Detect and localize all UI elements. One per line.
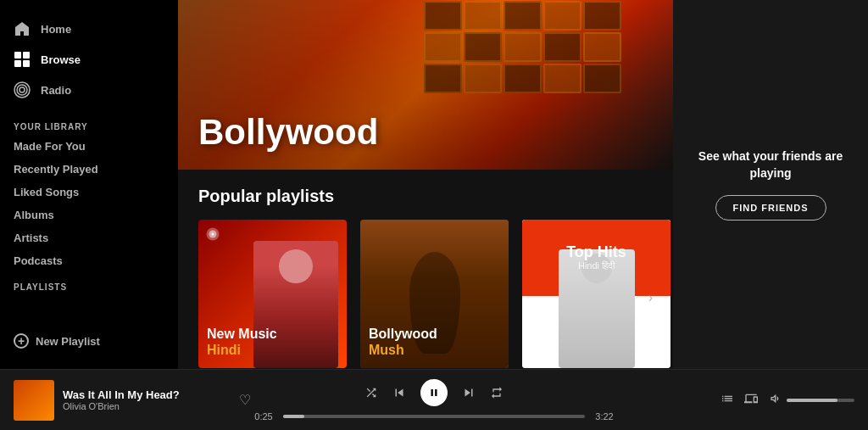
repeat-button[interactable] (490, 386, 504, 399)
progress-fill (283, 415, 304, 418)
sidebar-item-recently-played[interactable]: Recently Played (0, 158, 178, 181)
card-1-line1: New Music (207, 326, 277, 342)
find-friends-button[interactable]: FIND FRIENDS (715, 195, 826, 221)
main-layout: Home Browse (0, 0, 868, 369)
card-3-line2: Hindi हिंदी (566, 260, 626, 271)
play-pause-button[interactable] (420, 379, 448, 406)
heart-icon[interactable]: ♡ (239, 392, 251, 408)
home-icon (14, 20, 31, 37)
player-left: Was It All In My Head? Olivia O'Brien ♡ (14, 380, 251, 421)
sidebar: Home Browse (0, 0, 178, 369)
svg-rect-3 (23, 60, 30, 67)
player-artist: Olivia O'Brien (63, 401, 225, 411)
sidebar-item-made-for-you[interactable]: Made For You (0, 135, 178, 158)
card-1-line2: Hindi (207, 342, 277, 358)
content-section: Popular playlists (178, 170, 673, 369)
spotify-logo-icon (205, 226, 220, 242)
new-playlist-button[interactable]: + New Playlist (0, 327, 178, 355)
sidebar-item-liked-songs[interactable]: Liked Songs (0, 181, 178, 204)
sidebar-item-browse[interactable]: Browse (0, 44, 178, 75)
card-2-line2: Mush (369, 342, 437, 358)
new-playlist-label: New Playlist (36, 335, 100, 348)
section-title: Popular playlists (198, 187, 653, 206)
hero-title: Bollywood (198, 112, 378, 153)
radio-icon (14, 81, 31, 98)
player-song-info: Was It All In My Head? Olivia O'Brien (63, 388, 225, 411)
playlist-card-bollywood-mush[interactable]: Bollywood Mush (360, 220, 509, 369)
volume-icon[interactable] (768, 392, 782, 408)
card-3-line1: Top Hits (566, 244, 626, 261)
svg-point-4 (19, 87, 25, 92)
volume-fill (787, 399, 837, 402)
sidebar-nav: Home Browse (0, 7, 178, 112)
devices-button[interactable] (744, 392, 758, 408)
card-1-inner: New Music Hindi (198, 220, 347, 368)
card-2-inner: Bollywood Mush (360, 220, 509, 368)
playlists-grid: New Music Hindi (198, 220, 653, 369)
svg-rect-0 (14, 52, 21, 59)
card-2-text: Bollywood Mush (369, 326, 437, 358)
sidebar-bottom: + New Playlist (0, 320, 178, 362)
card-3-arrows-right (660, 249, 670, 266)
shuffle-button[interactable] (364, 386, 378, 399)
sidebar-item-artists[interactable]: Artists (0, 226, 178, 249)
sidebar-item-albums[interactable]: Albums (0, 204, 178, 226)
library-section-label: YOUR LIBRARY (0, 112, 178, 135)
card-2-line1: Bollywood (369, 326, 437, 342)
sidebar-item-radio[interactable]: Radio (0, 75, 178, 105)
find-friends-text: See what your friends are playing (690, 148, 851, 181)
previous-button[interactable] (392, 385, 407, 400)
main-content: Bollywood Popular playlists (178, 0, 673, 369)
playlists-section-label: PLAYLISTS (0, 272, 178, 295)
svg-rect-1 (23, 52, 30, 59)
player-controls (364, 379, 504, 406)
hero-banner: Bollywood (178, 0, 673, 170)
queue-button[interactable] (721, 392, 734, 408)
player-bar: Was It All In My Head? Olivia O'Brien ♡ (0, 369, 868, 430)
playlist-card-new-music-hindi[interactable]: New Music Hindi (198, 220, 347, 369)
time-current: 0:25 (251, 411, 276, 422)
player-center: 0:25 3:22 (251, 379, 617, 422)
sidebar-home-label: Home (41, 23, 71, 36)
volume-area (768, 392, 854, 408)
time-total: 3:22 (592, 411, 617, 422)
progress-bar-area: 0:25 3:22 (251, 411, 617, 422)
player-right (617, 392, 854, 408)
left-arrow (522, 249, 532, 266)
card-1-text: New Music Hindi (207, 326, 277, 358)
sidebar-top: Home Browse (0, 7, 178, 320)
player-album-art (14, 380, 54, 421)
right-panel: See what your friends are playing FIND F… (673, 0, 868, 369)
playlists-container-wrapper: New Music Hindi (198, 220, 653, 369)
sidebar-item-podcasts[interactable]: Podcasts (0, 249, 178, 272)
svg-rect-2 (14, 60, 21, 67)
playlist-thumb-2: Bollywood Mush (360, 220, 509, 368)
svg-point-5 (17, 85, 27, 95)
sidebar-browse-label: Browse (41, 53, 81, 66)
progress-track[interactable] (283, 415, 585, 418)
player-song-title: Was It All In My Head? (63, 388, 225, 401)
right-arrow (660, 249, 670, 266)
scroll-right-button[interactable]: › (648, 290, 653, 305)
sidebar-radio-label: Radio (41, 84, 71, 97)
volume-track[interactable] (787, 399, 854, 402)
plus-circle-icon: + (14, 333, 29, 349)
svg-point-9 (212, 233, 214, 236)
playlist-thumb-1: New Music Hindi (198, 220, 347, 368)
browse-icon (14, 51, 31, 68)
card-3-arrows-left (522, 249, 532, 266)
next-button[interactable] (461, 385, 476, 400)
sidebar-item-home[interactable]: Home (0, 14, 178, 44)
